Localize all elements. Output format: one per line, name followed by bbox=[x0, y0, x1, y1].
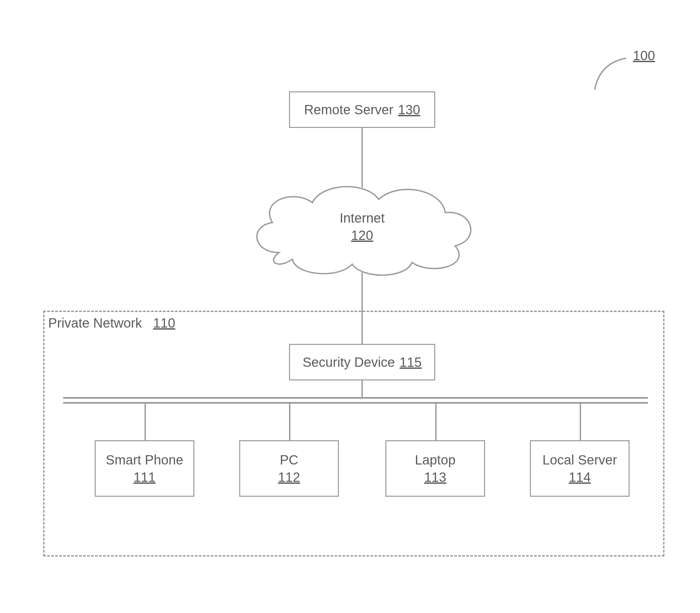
local-server-box: Local Server 114 bbox=[530, 440, 630, 497]
connector-bus-pc bbox=[289, 404, 290, 440]
private-network-num: 110 bbox=[153, 316, 175, 330]
local-server-label: Local Server bbox=[542, 451, 617, 468]
laptop-num: 113 bbox=[424, 468, 447, 486]
internet-label-group: Internet 120 bbox=[312, 209, 412, 244]
remote-server-num: 130 bbox=[398, 101, 420, 118]
pc-box: PC 112 bbox=[239, 440, 339, 497]
internet-label: Internet bbox=[312, 209, 412, 226]
diagram-canvas: 100 Remote Server 130 Internet 120 Priva… bbox=[0, 0, 700, 613]
network-bus bbox=[63, 397, 648, 404]
figure-arc bbox=[590, 55, 630, 95]
smart-phone-num: 111 bbox=[134, 468, 156, 486]
security-device-box: Security Device 115 bbox=[289, 344, 435, 380]
pc-num: 112 bbox=[278, 468, 300, 486]
smart-phone-label: Smart Phone bbox=[106, 451, 183, 468]
security-device-num: 115 bbox=[400, 353, 422, 371]
laptop-label: Laptop bbox=[415, 451, 455, 468]
private-network-label-group: Private Network 110 bbox=[48, 316, 175, 330]
internet-num: 120 bbox=[312, 226, 412, 244]
remote-server-box: Remote Server 130 bbox=[289, 91, 435, 128]
security-device-label: Security Device bbox=[303, 353, 395, 371]
connector-bus-localserver bbox=[580, 404, 581, 440]
pc-label: PC bbox=[280, 451, 298, 468]
laptop-box: Laptop 113 bbox=[385, 440, 485, 497]
connector-bus-smartphone bbox=[145, 404, 146, 440]
connector-bus-laptop bbox=[435, 404, 437, 440]
connector-security-bus bbox=[361, 380, 363, 397]
private-network-label: Private Network bbox=[48, 316, 142, 330]
smart-phone-box: Smart Phone 111 bbox=[95, 440, 194, 497]
figure-number: 100 bbox=[633, 48, 655, 63]
remote-server-label: Remote Server bbox=[304, 101, 393, 118]
local-server-num: 114 bbox=[569, 468, 591, 486]
